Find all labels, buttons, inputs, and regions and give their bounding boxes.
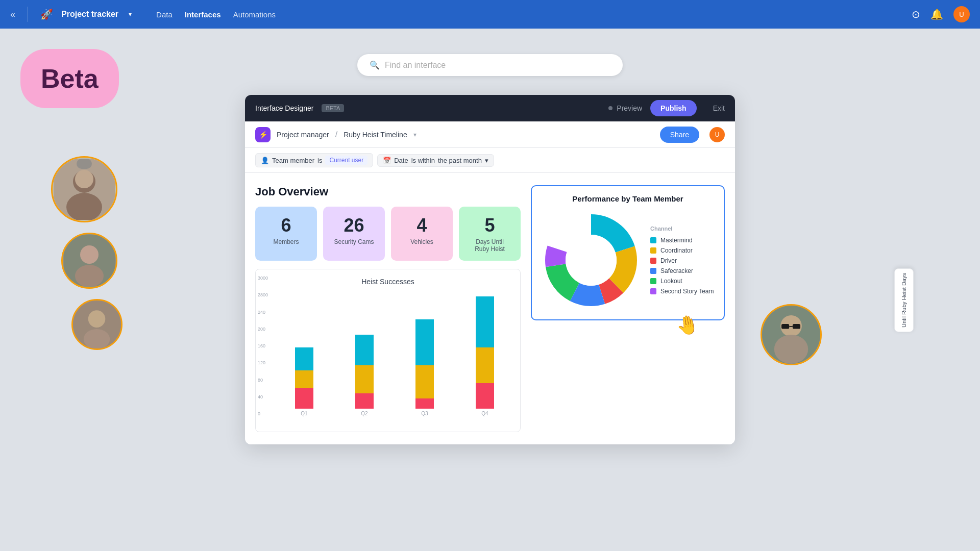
legend-dot-driver <box>650 258 656 264</box>
heist-chart: Heist Successes 3000 2800 240 200 160 12… <box>255 269 521 432</box>
stat-cams-label: Security Cams <box>329 238 379 245</box>
legend-title: Channel <box>650 226 714 232</box>
content-area: Job Overview 6 Members 26 Security Cams … <box>245 173 735 444</box>
nav-interfaces[interactable]: Interfaces <box>185 10 221 19</box>
y-label-0: 0 <box>258 411 268 416</box>
filter-team-member[interactable]: 👤 Team member is Current user <box>255 153 373 167</box>
back-button[interactable]: « <box>10 9 15 20</box>
donut-container: Channel Mastermind Coordinator <box>540 209 716 311</box>
legend-coordinator: Coordinator <box>650 247 714 254</box>
bar-q3-yellow <box>415 365 434 398</box>
legend-label-driver: Driver <box>660 257 677 264</box>
y-label-80: 80 <box>258 378 268 383</box>
donut-chart <box>540 209 642 311</box>
stats-grid: 6 Members 26 Security Cams 4 Vehicles 5 … <box>255 207 521 261</box>
svg-rect-22 <box>793 324 800 329</box>
svg-point-17 <box>566 235 617 286</box>
bar-q2-cyan <box>355 335 374 365</box>
filter-op-2: is within <box>411 157 435 164</box>
app-dropdown[interactable]: ▾ <box>129 11 132 18</box>
bar-q1: Q1 <box>295 276 313 416</box>
designer-toolbar: Interface Designer BETA Preview Publish … <box>245 95 735 121</box>
bar-q1-pink <box>295 388 313 409</box>
svg-rect-21 <box>781 324 789 329</box>
bar-q4-cyan <box>476 296 494 347</box>
filter-value-1: Current user <box>325 156 368 165</box>
help-icon[interactable]: ⊙ <box>912 8 920 20</box>
share-button[interactable]: Share <box>660 127 699 143</box>
avatar-float <box>761 304 822 365</box>
perf-title: Performance by Team Member <box>540 194 716 203</box>
legend-dot-safecracker <box>650 268 656 274</box>
search-bar[interactable]: 🔍 Find an interface <box>357 54 623 76</box>
nav-automations[interactable]: Automations <box>233 10 276 19</box>
y-label-200: 200 <box>258 327 268 332</box>
hand-cursor-icon: 🤚 <box>675 312 701 337</box>
designer-panel: Interface Designer BETA Preview Publish … <box>245 95 735 444</box>
y-axis-labels: 3000 2800 240 200 160 120 80 40 0 <box>258 276 268 416</box>
y-label-3000: 3000 <box>258 276 268 281</box>
bar-q1-cyan <box>295 347 313 370</box>
publish-button[interactable]: Publish <box>650 100 697 116</box>
section-title: Job Overview <box>255 185 521 198</box>
exit-button[interactable]: Exit <box>713 104 725 112</box>
nav-data[interactable]: Data <box>156 10 173 19</box>
bar-q4-pink <box>476 383 494 409</box>
preview-button[interactable]: Preview <box>608 104 642 112</box>
svg-point-6 <box>80 245 99 264</box>
legend-label-safecracker: Safecracker <box>660 267 693 274</box>
sub-toolbar: ⚡ Project manager / Ruby Heist Timeline … <box>245 121 735 148</box>
bar-q3-cyan <box>415 319 434 365</box>
legend-lookout: Lookout <box>650 278 714 285</box>
bar-q2-yellow <box>355 365 374 393</box>
legend-dot-second-story <box>650 288 656 294</box>
nav-links: Data Interfaces Automations <box>156 10 276 19</box>
stat-members: 6 Members <box>255 207 317 261</box>
avatar-left-group <box>51 156 122 350</box>
y-label-120: 120 <box>258 360 268 365</box>
bar-q4-label: Q4 <box>481 411 488 416</box>
until-ruby-heist-label: Until Ruby Heist Days <box>894 268 914 332</box>
y-label-2800: 2800 <box>258 292 268 297</box>
filter-date[interactable]: 📅 Date is within the past month ▾ <box>377 154 494 167</box>
bar-q2-pink <box>355 393 374 409</box>
legend-driver: Driver <box>650 257 714 264</box>
breadcrumb-project: Project manager <box>277 131 329 139</box>
beta-badge: Beta <box>20 49 119 108</box>
bar-q1-yellow <box>295 370 313 388</box>
bar-q3: Q3 <box>415 276 434 416</box>
bell-icon[interactable]: 🔔 <box>930 8 943 20</box>
main-area: Beta <box>0 29 980 551</box>
stat-members-label: Members <box>261 238 311 245</box>
breadcrumb-current: Ruby Heist Timeline <box>344 131 407 139</box>
legend-dot-coordinator <box>650 247 656 254</box>
app-logo: 🚀 <box>40 8 53 20</box>
user-avatar[interactable]: U <box>953 6 970 22</box>
top-navigation: « 🚀 Project tracker ▾ Data Interfaces Au… <box>0 0 980 29</box>
nav-divider <box>28 7 28 22</box>
filter-op-1: is <box>317 157 322 164</box>
bar-q2: Q2 <box>355 276 374 416</box>
breadcrumb-sep: / <box>335 130 337 139</box>
stat-days-label: Days Until Ruby Heist <box>465 238 514 253</box>
right-stats: Performance by Team Member <box>531 185 725 432</box>
preview-dot <box>608 106 612 110</box>
filter-bar: 👤 Team member is Current user 📅 Date is … <box>245 148 735 173</box>
performance-card: Performance by Team Member <box>531 185 725 320</box>
team-member-icon: 👤 <box>261 157 269 164</box>
bar-q4: Q4 <box>476 276 494 416</box>
legend-safecracker: Safecracker <box>650 267 714 274</box>
designer-title: Interface Designer <box>255 104 313 112</box>
breadcrumb-dropdown[interactable]: ▾ <box>413 131 416 138</box>
svg-point-20 <box>774 335 808 364</box>
project-icon: ⚡ <box>255 127 271 142</box>
nav-right: ⊙ 🔔 U <box>912 6 970 22</box>
svg-point-3 <box>75 170 93 188</box>
legend-second-story: Second Story Team <box>650 288 714 295</box>
stat-cams: 26 Security Cams <box>323 207 385 261</box>
stat-vehicles-value: 4 <box>397 215 447 236</box>
y-label-40: 40 <box>258 394 268 399</box>
search-placeholder: Find an interface <box>385 61 446 70</box>
svg-rect-4 <box>77 159 92 169</box>
date-icon: 📅 <box>383 157 391 164</box>
